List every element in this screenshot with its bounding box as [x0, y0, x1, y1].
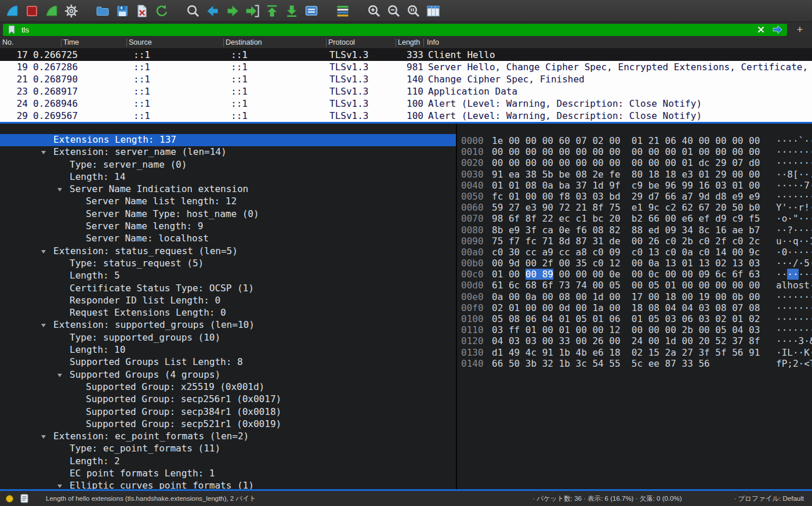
last-packet-icon[interactable]	[282, 2, 302, 20]
expand-arrow-icon[interactable]	[41, 151, 46, 154]
hex-row[interactable]: 003091 ea 38 5b be 08 2e fe 80 18 18 e3 …	[457, 169, 812, 180]
detail-row[interactable]: Type: server_name (0)	[0, 159, 456, 171]
close-file-icon[interactable]	[132, 2, 152, 20]
hex-row[interactable]: 00808b e9 3f ca 0e f6 08 82 88 ed 09 34 …	[457, 225, 812, 236]
packet-row[interactable]: 240.268946::1::1TLSv1.3100Alert (Level: …	[0, 97, 812, 110]
hex-row[interactable]: 002000 00 00 00 00 00 00 00 00 00 00 01 …	[457, 157, 812, 168]
column-separator[interactable]	[126, 38, 127, 47]
hex-row[interactable]: 00b000 9d 00 2f 00 35 c0 12 00 0a 13 01 …	[457, 258, 812, 269]
capture-comment-icon[interactable]	[19, 493, 30, 504]
detail-row[interactable]: Extension: ec_point_formats (len=2)	[0, 431, 456, 443]
column-header-time[interactable]: Time	[63, 38, 79, 46]
hex-row[interactable]: 00d061 6c 68 6f 73 74 00 05 00 05 01 00 …	[457, 280, 812, 291]
hex-row[interactable]: 00c001 00 00 89 00 00 00 0e 00 0c 00 00 …	[457, 269, 812, 280]
hex-row[interactable]: 012004 03 03 00 33 00 26 00 24 00 1d 00 …	[457, 335, 812, 346]
zoom-in-icon[interactable]	[364, 2, 384, 20]
column-separator[interactable]	[326, 38, 327, 47]
filter-input[interactable]	[20, 25, 751, 35]
hex-row[interactable]: 006059 27 e3 90 72 21 8f 75 e1 9c c2 62 …	[457, 202, 812, 213]
detail-row[interactable]: Extension: supported_groups (len=10)	[0, 319, 456, 331]
packet-row[interactable]: 190.267286::1::1TLSv1.3981Server Hello, …	[0, 61, 812, 73]
detail-row[interactable]: Supported Group: secp256r1 (0x0017)	[0, 393, 456, 406]
hex-row[interactable]: 007098 6f 8f 22 ec c1 bc 20 b2 66 00 e6 …	[457, 213, 812, 224]
expert-info-icon[interactable]	[6, 495, 13, 503]
zoom-original-icon[interactable]	[404, 2, 423, 20]
apply-filter-icon[interactable]	[771, 24, 784, 35]
add-filter-button[interactable]: +	[791, 23, 809, 37]
expand-arrow-icon[interactable]	[41, 324, 46, 327]
hex-row[interactable]: 001000 00 00 00 00 00 00 00 00 00 00 01 …	[457, 146, 812, 157]
detail-row[interactable]: Server Name Indication extension	[0, 183, 456, 196]
open-file-icon[interactable]	[93, 2, 113, 20]
detail-row[interactable]: Certificate Status Type: OCSP (1)	[0, 283, 456, 295]
bookmark-icon[interactable]	[6, 24, 17, 35]
restart-capture-icon[interactable]	[42, 2, 61, 20]
zoom-out-icon[interactable]	[384, 2, 404, 20]
detail-row[interactable]: Server Name length: 9	[0, 221, 456, 233]
hex-row[interactable]: 0130d1 49 4c 91 1b 4b e6 18 02 15 2a 27 …	[457, 347, 812, 358]
detail-row[interactable]: Supported Group: secp521r1 (0x0019)	[0, 418, 456, 431]
first-packet-icon[interactable]	[262, 2, 282, 20]
expand-arrow-icon[interactable]	[41, 250, 46, 254]
packet-row[interactable]: 170.266725::1::1TLSv1.3333Client Hello	[0, 49, 812, 61]
detail-row[interactable]: Length: 5	[0, 270, 456, 282]
start-capture-icon[interactable]	[2, 2, 22, 20]
previous-packet-icon[interactable]	[203, 2, 223, 20]
detail-row[interactable]: Elliptic curves point formats (1)	[0, 480, 456, 489]
expand-arrow-icon[interactable]	[57, 485, 62, 488]
column-header-destination[interactable]: Destination	[226, 38, 262, 46]
detail-row[interactable]: Server Name list length: 12	[0, 196, 456, 208]
column-separator[interactable]	[396, 38, 396, 47]
detail-row[interactable]: Type: supported_groups (10)	[0, 332, 456, 344]
clear-filter-icon[interactable]	[755, 24, 767, 35]
detail-row[interactable]: Request Extensions Length: 0	[0, 307, 456, 319]
stop-capture-icon[interactable]	[22, 2, 42, 20]
hex-row[interactable]: 00a0c0 30 cc a9 cc a8 c0 09 c0 13 c0 0a …	[457, 247, 812, 258]
detail-row[interactable]: Supported Groups (4 groups)	[0, 369, 456, 381]
column-separator[interactable]	[61, 38, 61, 47]
detail-row[interactable]: Extension: server_name (len=14)	[0, 146, 456, 158]
detail-row[interactable]: Length: 10	[0, 344, 456, 356]
column-header-source[interactable]: Source	[129, 38, 152, 46]
hex-row[interactable]: 011003 ff 01 00 01 00 00 12 00 00 00 2b …	[457, 324, 812, 335]
hex-row[interactable]: 010005 08 06 04 01 05 01 06 01 05 03 06 …	[457, 313, 812, 324]
detail-row[interactable]: Supported Group: secp384r1 (0x0018)	[0, 406, 456, 418]
detail-row[interactable]: Extension: status_request (len=5)	[0, 245, 456, 258]
hex-row[interactable]: 00001e 00 00 00 60 07 02 00 01 21 06 40 …	[457, 135, 812, 146]
go-to-packet-icon[interactable]	[242, 2, 262, 20]
display-filter-field[interactable]	[3, 24, 787, 36]
hex-row[interactable]: 00f002 01 00 00 0d 00 1a 00 18 08 04 04 …	[457, 302, 812, 313]
resize-columns-icon[interactable]	[423, 2, 443, 20]
detail-row[interactable]: Server Name: localhost	[0, 233, 456, 245]
next-packet-icon[interactable]	[223, 2, 242, 20]
hex-row[interactable]: 004001 01 08 0a ba 37 1d 9f c9 be 96 99 …	[457, 180, 812, 191]
auto-scroll-icon[interactable]	[302, 2, 321, 20]
detail-row[interactable]: Supported Groups List Length: 8	[0, 356, 456, 368]
detail-row[interactable]: Server Name Type: host_name (0)	[0, 208, 456, 221]
reload-file-icon[interactable]	[152, 2, 172, 20]
column-separator[interactable]	[423, 38, 424, 47]
hex-row[interactable]: 014066 50 3b 32 1b 3c 54 55 5c ee 87 33 …	[457, 358, 812, 369]
packet-row[interactable]: 290.269567::1::1TLSv1.3100Alert (Level: …	[0, 110, 812, 122]
detail-row[interactable]: Extensions Length: 137	[0, 134, 456, 146]
column-header-length[interactable]: Length	[398, 38, 423, 46]
column-header-info[interactable]: Info	[427, 38, 439, 46]
column-separator[interactable]	[223, 38, 224, 47]
packet-row[interactable]: 210.268790::1::1TLSv1.3140Change Cipher …	[0, 73, 812, 85]
detail-row[interactable]: Supported Group: x25519 (0x001d)	[0, 381, 456, 393]
expand-arrow-icon[interactable]	[41, 435, 46, 439]
capture-options-icon[interactable]	[61, 2, 81, 20]
packet-row[interactable]: 230.268917::1::1TLSv1.3110Application Da…	[0, 85, 812, 97]
hex-row[interactable]: 009075 f7 fc 71 8d 87 31 de 00 26 c0 2b …	[457, 236, 812, 247]
hex-row[interactable]: 00e00a 00 0a 00 08 00 1d 00 17 00 18 00 …	[457, 291, 812, 302]
column-header-no[interactable]: No.	[2, 38, 13, 46]
column-header-protocol[interactable]: Protocol	[328, 38, 355, 46]
detail-row[interactable]: Length: 2	[0, 456, 456, 468]
find-packet-icon[interactable]	[183, 2, 203, 20]
detail-row[interactable]: Length: 14	[0, 171, 456, 183]
hex-row[interactable]: 0050fc 01 00 00 f8 03 03 bd 29 d7 66 a7 …	[457, 191, 812, 202]
expand-arrow-icon[interactable]	[57, 374, 62, 377]
detail-row[interactable]: EC point formats Length: 1	[0, 468, 456, 480]
detail-row[interactable]: Type: ec_point_formats (11)	[0, 443, 456, 455]
status-profile[interactable]: · プロファイル: Default	[734, 494, 804, 503]
